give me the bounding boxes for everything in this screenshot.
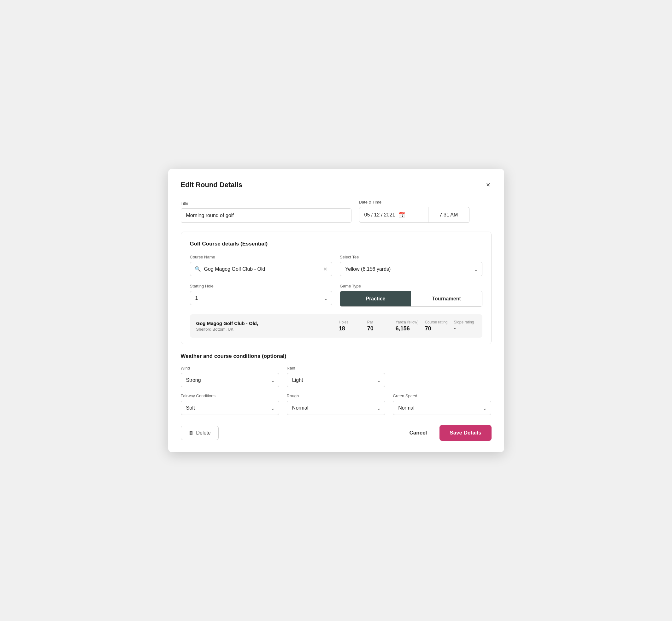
yards-stat: Yards(Yellow) 6,156 xyxy=(389,320,419,332)
yards-value: 6,156 xyxy=(395,325,410,332)
slope-rating-label: Slope rating xyxy=(454,320,474,324)
delete-button[interactable]: 🗑 Delete xyxy=(181,426,219,440)
starting-hole-dropdown[interactable]: 1234 5678 910 xyxy=(190,291,333,305)
title-field-group: Title xyxy=(181,201,351,223)
weather-section-title: Weather and course conditions (optional) xyxy=(181,353,492,360)
game-type-label: Game Type xyxy=(340,284,482,288)
fairway-label: Fairway Conditions xyxy=(181,394,279,398)
fairway-rough-green-row: Fairway Conditions Firm Normal Soft Wet … xyxy=(181,394,492,415)
rain-dropdown[interactable]: None Light Moderate Heavy xyxy=(287,373,385,387)
holes-value: 18 xyxy=(339,325,345,332)
date-input-wrap[interactable]: 05 / 12 / 2021 📅 xyxy=(359,207,428,223)
starting-hole-group: Starting Hole 1234 5678 910 ⌄ xyxy=(190,284,333,307)
golf-course-section-title: Golf Course details (Essential) xyxy=(190,241,482,247)
title-input[interactable] xyxy=(181,208,351,223)
cancel-button[interactable]: Cancel xyxy=(405,427,432,439)
course-rating-value: 70 xyxy=(425,325,431,332)
par-stat: Par 70 xyxy=(361,320,389,332)
time-value: 7:31 AM xyxy=(439,212,458,218)
green-speed-label: Green Speed xyxy=(393,394,491,398)
course-name-search-wrap[interactable]: 🔍 ✕ xyxy=(190,262,333,276)
course-rating-stat: Course rating 70 xyxy=(418,320,447,332)
holes-label: Holes xyxy=(339,320,349,324)
delete-label: Delete xyxy=(196,430,211,436)
green-speed-group: Green Speed Slow Normal Fast Very Fast ⌄ xyxy=(393,394,491,415)
golf-course-section: Golf Course details (Essential) Course N… xyxy=(181,232,492,344)
starting-hole-wrap[interactable]: 1234 5678 910 ⌄ xyxy=(190,291,333,305)
wind-dropdown[interactable]: Calm Light Moderate Strong Very Strong xyxy=(181,373,279,387)
footer-row: 🗑 Delete Cancel Save Details xyxy=(181,425,492,441)
weather-section: Weather and course conditions (optional)… xyxy=(181,353,492,415)
select-tee-group: Select Tee Yellow (6,156 yards) Red (5,2… xyxy=(340,255,482,276)
edit-round-modal: Edit Round Details × Title Date & Time 0… xyxy=(168,169,504,452)
save-details-button[interactable]: Save Details xyxy=(439,425,491,441)
green-speed-select-wrap[interactable]: Slow Normal Fast Very Fast ⌄ xyxy=(393,401,491,415)
time-input-wrap[interactable]: 7:31 AM xyxy=(428,207,469,223)
conditions-grid: Wind Calm Light Moderate Strong Very Str… xyxy=(181,366,492,415)
holes-stat: Holes 18 xyxy=(333,320,361,332)
par-label: Par xyxy=(367,320,373,324)
select-tee-wrap[interactable]: Yellow (6,156 yards) Red (5,200 yards) W… xyxy=(340,262,482,276)
slope-rating-value: - xyxy=(454,325,456,332)
calendar-icon: 📅 xyxy=(398,211,405,218)
course-name-input[interactable] xyxy=(204,266,321,272)
game-type-group: Game Type Practice Tournament xyxy=(340,284,482,307)
wind-rain-row: Wind Calm Light Moderate Strong Very Str… xyxy=(181,366,492,387)
rough-select-wrap[interactable]: Short Normal Long Very Long ⌄ xyxy=(287,401,385,415)
datetime-label: Date & Time xyxy=(359,200,492,204)
tournament-toggle-btn[interactable]: Tournament xyxy=(411,291,482,306)
course-info-bar: Gog Magog Golf Club - Old, Shelford Bott… xyxy=(190,314,482,338)
search-icon: 🔍 xyxy=(195,266,201,272)
course-info-location: Shelford Bottom, UK xyxy=(196,327,333,332)
rough-group: Rough Short Normal Long Very Long ⌄ xyxy=(287,394,385,415)
course-info-name: Gog Magog Golf Club - Old, Shelford Bott… xyxy=(196,321,333,332)
rough-label: Rough xyxy=(287,394,385,398)
wind-select-wrap[interactable]: Calm Light Moderate Strong Very Strong ⌄ xyxy=(181,373,279,387)
wind-group: Wind Calm Light Moderate Strong Very Str… xyxy=(181,366,279,387)
date-value: 05 / 12 / 2021 xyxy=(365,212,395,218)
footer-right: Cancel Save Details xyxy=(405,425,492,441)
modal-header: Edit Round Details × xyxy=(181,180,492,190)
fairway-group: Fairway Conditions Firm Normal Soft Wet … xyxy=(181,394,279,415)
select-tee-dropdown[interactable]: Yellow (6,156 yards) Red (5,200 yards) W… xyxy=(340,262,482,276)
rain-label: Rain xyxy=(287,366,385,370)
trash-icon: 🗑 xyxy=(189,430,194,436)
green-speed-dropdown[interactable]: Slow Normal Fast Very Fast xyxy=(393,401,491,415)
practice-toggle-btn[interactable]: Practice xyxy=(340,291,411,306)
wind-label: Wind xyxy=(181,366,279,370)
fairway-select-wrap[interactable]: Firm Normal Soft Wet ⌄ xyxy=(181,401,279,415)
top-row: Title Date & Time 05 / 12 / 2021 📅 7:31 … xyxy=(181,200,492,223)
fairway-dropdown[interactable]: Firm Normal Soft Wet xyxy=(181,401,279,415)
starting-hole-label: Starting Hole xyxy=(190,284,333,288)
rain-select-wrap[interactable]: None Light Moderate Heavy ⌄ xyxy=(287,373,385,387)
close-button[interactable]: × xyxy=(485,180,492,190)
datetime-fields: 05 / 12 / 2021 📅 7:31 AM xyxy=(359,207,492,223)
rain-group: Rain None Light Moderate Heavy ⌄ xyxy=(287,366,385,387)
rough-dropdown[interactable]: Short Normal Long Very Long xyxy=(287,401,385,415)
slope-rating-stat: Slope rating - xyxy=(448,320,476,332)
select-tee-label: Select Tee xyxy=(340,255,482,259)
course-name-label: Course Name xyxy=(190,255,333,259)
course-info-primary: Gog Magog Golf Club - Old, xyxy=(196,321,333,326)
course-name-group: Course Name 🔍 ✕ xyxy=(190,255,333,276)
game-type-toggle: Practice Tournament xyxy=(340,291,482,307)
hole-gametype-row: Starting Hole 1234 5678 910 ⌄ Game Type … xyxy=(190,284,482,307)
course-tee-row: Course Name 🔍 ✕ Select Tee Yellow (6,156… xyxy=(190,255,482,276)
yards-label: Yards(Yellow) xyxy=(395,320,419,324)
title-label: Title xyxy=(181,201,351,206)
par-value: 70 xyxy=(367,325,374,332)
modal-title: Edit Round Details xyxy=(181,181,243,189)
clear-course-icon[interactable]: ✕ xyxy=(323,266,328,272)
datetime-field-group: Date & Time 05 / 12 / 2021 📅 7:31 AM xyxy=(359,200,492,223)
course-rating-label: Course rating xyxy=(425,320,447,324)
